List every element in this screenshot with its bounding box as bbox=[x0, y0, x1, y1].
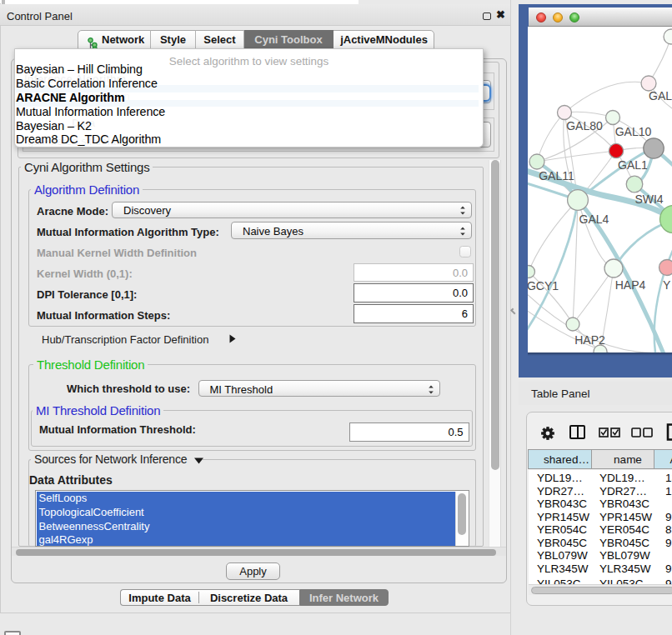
svg-text:GCY1: GCY1 bbox=[528, 279, 559, 292]
svg-text:HAP2: HAP2 bbox=[574, 333, 605, 347]
svg-text:GAL1: GAL1 bbox=[618, 158, 648, 172]
svg-text:Y: Y bbox=[663, 278, 671, 292]
svg-text:HAP4: HAP4 bbox=[615, 278, 646, 292]
svg-text:GAL10: GAL10 bbox=[615, 125, 652, 138]
svg-text:SWI4: SWI4 bbox=[634, 192, 663, 206]
svg-text:GAL4: GAL4 bbox=[579, 212, 609, 226]
svg-text:GAL11: GAL11 bbox=[539, 169, 574, 182]
svg-text:GAL80: GAL80 bbox=[566, 119, 603, 132]
svg-text:GAL7: GAL7 bbox=[649, 89, 672, 102]
